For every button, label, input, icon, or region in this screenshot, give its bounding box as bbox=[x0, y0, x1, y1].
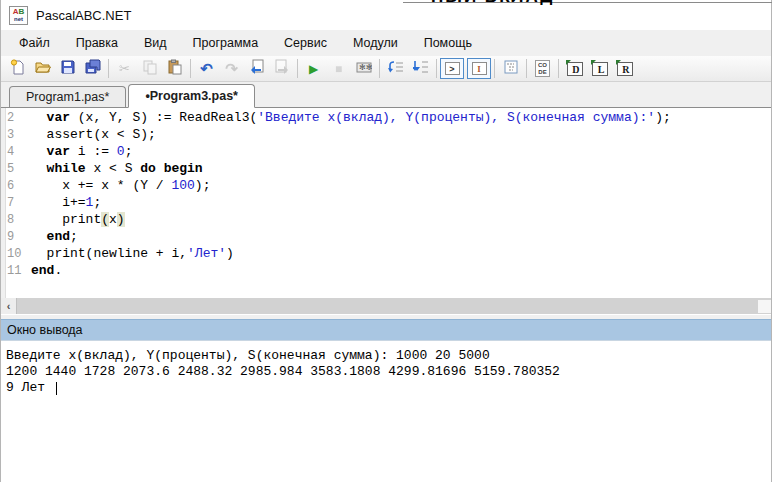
cut-button[interactable]: ✂ bbox=[112, 58, 137, 80]
paste-icon bbox=[167, 59, 183, 79]
editor-horizontal-scrollbar[interactable]: ‹ bbox=[1, 298, 771, 314]
line-number: 11 bbox=[7, 263, 31, 280]
dock-down-icon: D bbox=[567, 62, 583, 76]
code-line[interactable]: 10 print(newline + i,'Лет') bbox=[7, 246, 771, 263]
code-line[interactable]: 4 var i := 0; bbox=[7, 144, 771, 161]
app-logo-icon: AB net bbox=[9, 6, 28, 25]
code-line[interactable]: 5 while x < S do begin bbox=[7, 161, 771, 178]
code-text: print(x) bbox=[31, 212, 125, 229]
save-floppy-icon bbox=[60, 59, 76, 79]
code-text: i+=1; bbox=[31, 195, 101, 212]
scrollbar-corner bbox=[758, 300, 771, 313]
new-file-button[interactable] bbox=[5, 58, 30, 80]
stop-button[interactable]: ■ bbox=[326, 58, 351, 80]
output-panel-header: Окно вывода bbox=[1, 319, 771, 340]
undo-icon: ↶ bbox=[200, 61, 213, 76]
line-number: 7 bbox=[7, 195, 31, 212]
window-title: PascalABC.NET bbox=[36, 8, 131, 23]
step-over-button[interactable] bbox=[383, 58, 408, 80]
line-number: 2 bbox=[7, 110, 31, 127]
toolbar-separator bbox=[526, 59, 527, 78]
line-number: 10 bbox=[7, 246, 31, 263]
output-line: 1200 1440 1728 2073.6 2488.32 2985.984 3… bbox=[6, 364, 771, 380]
goto-back-icon bbox=[249, 59, 265, 79]
scroll-left-button[interactable]: ‹ bbox=[1, 298, 17, 314]
code-editor[interactable]: 2 var (x, Y, S) := ReadReal3('Введите x(… bbox=[1, 108, 771, 298]
svg-text:✻✻: ✻✻ bbox=[359, 63, 372, 72]
menu-edit[interactable]: Правка bbox=[63, 30, 131, 56]
text-caret bbox=[56, 382, 57, 395]
output-text: Введите x(вклад), Y(проценты), S(конечна… bbox=[6, 348, 771, 396]
line-number: 3 bbox=[7, 127, 31, 144]
code-text: print(newline + i,'Лет') bbox=[31, 246, 234, 263]
goto-back-button[interactable] bbox=[244, 58, 269, 80]
stop-icon: ■ bbox=[335, 63, 342, 75]
code-templates-button[interactable]: CO DE bbox=[530, 58, 555, 80]
output-line: 9 Лет bbox=[6, 380, 771, 396]
save-button[interactable] bbox=[55, 58, 80, 80]
run-button[interactable]: ▶ bbox=[301, 58, 326, 80]
background-document-fragment: НЫЙ ВКЛАД bbox=[431, 0, 611, 6]
run-parameters-button[interactable]: ✻✻ bbox=[351, 58, 376, 80]
copy-button[interactable] bbox=[137, 58, 162, 80]
code-lines: 2 var (x, Y, S) := ReadReal3('Введите x(… bbox=[7, 110, 771, 280]
structure-window-icon bbox=[503, 59, 519, 79]
output-window[interactable]: Введите x(вклад), Y(проценты), S(конечна… bbox=[1, 340, 771, 482]
menu-program[interactable]: Программа bbox=[180, 30, 272, 56]
undo-button[interactable]: ↶ bbox=[194, 58, 219, 80]
code-line[interactable]: 7 i+=1; bbox=[7, 195, 771, 212]
pascalabc-window: НЫЙ ВКЛАД AB net PascalABC.NET Файл Прав… bbox=[0, 0, 772, 482]
toolbar-separator bbox=[190, 59, 191, 78]
dock-right-icon: R bbox=[617, 62, 633, 76]
folding-margin bbox=[1, 108, 6, 298]
toolbar-separator bbox=[108, 59, 109, 78]
menu-service[interactable]: Сервис bbox=[271, 30, 340, 56]
code-templates-icon: CO DE bbox=[535, 60, 550, 77]
line-number: 6 bbox=[7, 178, 31, 195]
menu-file[interactable]: Файл bbox=[6, 30, 63, 56]
output-line: Введите x(вклад), Y(проценты), S(конечна… bbox=[6, 348, 771, 364]
save-all-button[interactable] bbox=[80, 58, 105, 80]
toolbar-separator bbox=[436, 59, 437, 78]
goto-forward-icon bbox=[274, 59, 290, 79]
code-line[interactable]: 3 assert(x < S); bbox=[7, 127, 771, 144]
menu-bar: Файл Правка Вид Программа Сервис Модули … bbox=[1, 30, 771, 56]
toolbar-separator bbox=[379, 59, 380, 78]
structure-window-button[interactable] bbox=[498, 58, 523, 80]
background-fragment-text: НЫЙ ВКЛАД bbox=[431, 0, 611, 6]
toggle-console-panel-button[interactable]: > bbox=[440, 58, 464, 79]
code-line[interactable]: 2 var (x, Y, S) := ReadReal3('Введите x(… bbox=[7, 110, 771, 127]
code-line[interactable]: 8 print(x) bbox=[7, 212, 771, 229]
paste-button[interactable] bbox=[162, 58, 187, 80]
menu-view[interactable]: Вид bbox=[131, 30, 180, 56]
menu-modules[interactable]: Модули bbox=[340, 30, 411, 56]
dock-down-button[interactable]: D bbox=[562, 58, 587, 80]
toggle-editor-cursor-button[interactable]: I bbox=[467, 58, 491, 79]
code-line[interactable]: 11end. bbox=[7, 263, 771, 280]
open-file-button[interactable] bbox=[30, 58, 55, 80]
code-text: end. bbox=[31, 263, 62, 280]
copy-icon bbox=[142, 59, 158, 79]
code-line[interactable]: 9 end; bbox=[7, 229, 771, 246]
new-file-icon bbox=[10, 59, 26, 79]
step-into-icon bbox=[413, 59, 429, 79]
code-line[interactable]: 6 x += x * (Y / 100); bbox=[7, 178, 771, 195]
step-into-button[interactable] bbox=[408, 58, 433, 80]
line-number: 9 bbox=[7, 229, 31, 246]
save-all-icon bbox=[85, 59, 101, 79]
code-text: assert(x < S); bbox=[31, 127, 156, 144]
step-over-icon bbox=[388, 59, 404, 79]
toolbar-separator bbox=[558, 59, 559, 78]
title-bar: AB net PascalABC.NET bbox=[1, 0, 771, 30]
menu-help[interactable]: Помощь bbox=[411, 30, 485, 56]
dock-right-button[interactable]: R bbox=[612, 58, 637, 80]
tab-program1[interactable]: Program1.pas* bbox=[9, 86, 126, 107]
dock-left-button[interactable]: L bbox=[587, 58, 612, 80]
redo-button[interactable]: ↷ bbox=[219, 58, 244, 80]
tab-program3[interactable]: •Program3.pas* bbox=[128, 84, 255, 108]
goto-forward-button[interactable] bbox=[269, 58, 294, 80]
toolbar: ✂ ↶ ↷ ▶ ■ ✻✻ > I CO DE D L R bbox=[1, 56, 771, 82]
text-cursor-icon: I bbox=[472, 62, 487, 75]
line-number: 8 bbox=[7, 212, 31, 229]
toolbar-separator bbox=[297, 59, 298, 78]
